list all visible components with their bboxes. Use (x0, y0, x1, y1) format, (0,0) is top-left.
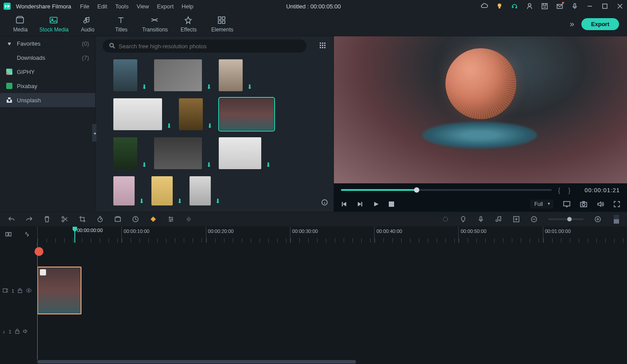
tab-transitions[interactable]: Transitions (138, 14, 172, 35)
stock-thumb-selected[interactable] (220, 98, 274, 130)
redo-icon[interactable] (26, 216, 33, 223)
lightbulb-icon[interactable] (496, 3, 503, 10)
stock-thumb[interactable]: ⬇ (154, 137, 202, 169)
fullscreen-icon[interactable] (614, 201, 620, 207)
mail-icon[interactable] (556, 3, 563, 10)
keyframe-icon[interactable] (150, 216, 157, 223)
scrub-slider[interactable] (341, 189, 552, 191)
next-frame-icon[interactable] (357, 201, 363, 207)
tab-media[interactable]: Media (4, 14, 37, 35)
export-button[interactable]: Export (581, 18, 619, 30)
sidebar-pixabay[interactable]: Pixabay (0, 79, 95, 93)
duration-icon[interactable] (132, 216, 139, 223)
stock-thumb[interactable]: ⬇ (113, 59, 137, 91)
split-icon[interactable] (61, 216, 68, 223)
marker-icon[interactable] (460, 216, 467, 223)
stock-thumb[interactable]: ⬇ (151, 176, 173, 205)
download-icon[interactable]: ⬇ (266, 161, 271, 168)
download-icon[interactable]: ⬇ (206, 161, 212, 168)
stock-thumb[interactable]: ⬇ (113, 98, 162, 130)
speaker-icon[interactable] (23, 329, 28, 334)
snapshot-icon[interactable] (580, 201, 587, 207)
tab-effects[interactable]: Effects (172, 14, 205, 35)
timeline-scrollbar[interactable] (0, 360, 627, 364)
adjust-icon[interactable] (167, 216, 174, 223)
menu-edit[interactable]: Edit (97, 3, 107, 10)
quality-select[interactable]: Full (530, 200, 553, 209)
sidebar-favorites[interactable]: ♥Favorites(0) (0, 36, 95, 50)
tab-elements[interactable]: Elements (205, 14, 239, 35)
menu-export[interactable]: Export (157, 3, 174, 10)
grid-view-icon[interactable] (319, 42, 326, 50)
video-clip[interactable] (37, 267, 81, 314)
display-icon[interactable] (563, 201, 570, 207)
search-input[interactable] (103, 39, 306, 53)
stock-thumb[interactable]: ⬇ (219, 59, 243, 91)
sidebar-giphy[interactable]: GIPHY (0, 65, 95, 79)
more-tabs-icon[interactable]: » (570, 19, 574, 29)
music-icon[interactable] (495, 216, 502, 223)
cloud-icon[interactable] (481, 3, 488, 10)
close-icon[interactable] (616, 3, 623, 10)
delete-icon[interactable] (43, 216, 50, 223)
download-icon[interactable]: ⬇ (206, 83, 212, 90)
lock-icon[interactable] (15, 329, 19, 335)
tab-titles[interactable]: Titles (104, 14, 138, 35)
zoom-in-icon[interactable] (594, 216, 601, 223)
audio-track[interactable]: ♪ 1 (0, 325, 627, 338)
download-icon[interactable]: ⬇ (177, 197, 182, 205)
color-icon[interactable] (114, 216, 121, 223)
tab-audio[interactable]: Audio (71, 14, 104, 35)
eye-icon[interactable] (26, 288, 32, 294)
download-icon[interactable]: ⬇ (215, 197, 221, 205)
sidebar-downloads[interactable]: Downloads(7) (0, 50, 95, 65)
headset-icon[interactable] (511, 3, 518, 10)
download-icon[interactable]: ⬇ (207, 122, 213, 129)
stock-thumb[interactable]: ⬇ (219, 137, 261, 169)
download-icon[interactable]: ⬇ (166, 122, 172, 129)
undo-icon[interactable] (8, 216, 15, 223)
download-icon[interactable]: ⬇ (142, 83, 147, 90)
play-icon[interactable] (373, 201, 379, 207)
menu-tools[interactable]: Tools (115, 3, 128, 10)
user-icon[interactable] (526, 3, 533, 10)
stock-thumb[interactable]: ⬇ (113, 176, 135, 205)
stock-thumb[interactable]: ⬇ (190, 176, 211, 205)
timeline-marker[interactable] (35, 247, 43, 256)
zoom-slider[interactable] (548, 218, 584, 220)
menu-help[interactable]: Help (182, 3, 194, 10)
maximize-icon[interactable] (601, 3, 608, 10)
tl-toggle-icon[interactable] (5, 231, 12, 239)
volume-icon[interactable] (597, 201, 604, 207)
stop-icon[interactable] (389, 201, 394, 207)
zoom-out-icon[interactable] (530, 216, 538, 223)
minimize-icon[interactable] (586, 3, 593, 10)
lock-icon[interactable] (18, 288, 22, 294)
stock-thumb[interactable]: ⬇ (154, 59, 202, 91)
download-icon[interactable]: ⬇ (142, 161, 147, 168)
menu-file[interactable]: File (80, 3, 89, 10)
preview-canvas[interactable] (334, 36, 627, 183)
crop-icon[interactable] (79, 216, 86, 223)
stock-thumb[interactable]: ⬇ (113, 137, 137, 169)
record-vo-icon[interactable] (477, 216, 484, 223)
speed-icon[interactable] (97, 216, 104, 223)
mic-icon[interactable] (571, 3, 578, 10)
render-icon[interactable] (442, 216, 449, 223)
collapse-sidebar-icon[interactable]: ◂ (92, 124, 97, 142)
sidebar-unsplash[interactable]: Unsplash (0, 93, 95, 107)
stock-thumb[interactable]: ⬇ (179, 98, 203, 130)
tab-stock-media[interactable]: Stock Media (37, 14, 71, 35)
mark-in-out-icon[interactable]: {} (558, 186, 578, 194)
audio-wave-icon[interactable] (185, 216, 192, 223)
tl-link-icon[interactable] (24, 231, 30, 239)
download-icon[interactable]: ⬇ (247, 83, 252, 90)
save-icon[interactable] (541, 3, 548, 10)
prev-frame-icon[interactable] (341, 201, 347, 207)
video-track[interactable]: 1 (0, 267, 627, 315)
timeline-ruler[interactable]: 00:00:00:00 00:00:00:00 00:00:10:00 00:0… (0, 227, 627, 243)
info-icon[interactable] (321, 199, 328, 207)
download-icon[interactable]: ⬇ (139, 197, 144, 205)
menu-view[interactable]: View (136, 3, 149, 10)
mixer-icon[interactable] (513, 216, 520, 223)
